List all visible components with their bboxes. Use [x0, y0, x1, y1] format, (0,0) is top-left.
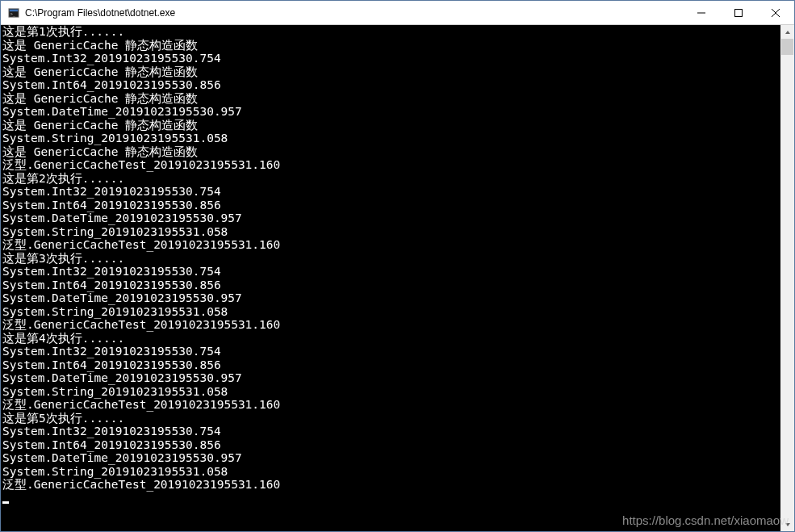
- console-line: System.DateTime_20191023195530.957: [2, 291, 779, 305]
- console-body: 这是第1次执行......这是 GenericCache 静态构造函数Syste…: [1, 25, 794, 531]
- vertical-scrollbar[interactable]: [780, 25, 794, 531]
- console-output[interactable]: 这是第1次执行......这是 GenericCache 静态构造函数Syste…: [1, 25, 780, 531]
- console-line: 泛型.GenericCacheTest_20191023195531.160: [2, 478, 779, 492]
- console-line: System.Int64_20191023195530.856: [2, 78, 779, 92]
- console-line: System.String_20191023195531.058: [2, 225, 779, 239]
- minimize-button[interactable]: [683, 1, 720, 24]
- window-controls: [683, 1, 794, 24]
- console-line: 这是 GenericCache 静态构造函数: [2, 65, 779, 79]
- console-line: System.String_20191023195531.058: [2, 132, 779, 145]
- console-line: 泛型.GenericCacheTest_20191023195531.160: [2, 318, 779, 332]
- app-icon: >_: [7, 6, 20, 19]
- console-line: 这是第1次执行......: [2, 25, 779, 39]
- console-line: 这是第4次执行......: [2, 332, 779, 346]
- console-line: 这是 GenericCache 静态构造函数: [2, 145, 779, 159]
- console-line: System.Int64_20191023195530.856: [2, 199, 779, 212]
- console-line: System.Int32_20191023195530.754: [2, 265, 779, 279]
- console-line: System.Int32_20191023195530.754: [2, 425, 779, 438]
- console-line: System.String_20191023195531.058: [2, 305, 779, 319]
- scroll-down-button[interactable]: [780, 517, 794, 531]
- console-line: System.Int32_20191023195530.754: [2, 52, 779, 65]
- titlebar[interactable]: >_ C:\Program Files\dotnet\dotnet.exe: [1, 1, 794, 25]
- console-line: 这是第2次执行......: [2, 172, 779, 186]
- close-button[interactable]: [757, 1, 794, 24]
- svg-marker-8: [785, 523, 790, 526]
- console-line: System.Int64_20191023195530.856: [2, 438, 779, 452]
- console-line: System.Int64_20191023195530.856: [2, 358, 779, 372]
- cursor: [2, 501, 9, 504]
- console-line: System.Int64_20191023195530.856: [2, 279, 779, 292]
- console-line: 这是 GenericCache 静态构造函数: [2, 39, 779, 52]
- cursor-line: [2, 492, 779, 505]
- console-line: System.DateTime_20191023195530.957: [2, 451, 779, 465]
- console-window: >_ C:\Program Files\dotnet\dotnet.exe 这是…: [0, 0, 795, 532]
- svg-rect-4: [735, 9, 743, 16]
- window-title: C:\Program Files\dotnet\dotnet.exe: [25, 7, 683, 19]
- console-line: System.Int32_20191023195530.754: [2, 345, 779, 358]
- console-line: System.String_20191023195531.058: [2, 385, 779, 399]
- console-line: System.String_20191023195531.058: [2, 465, 779, 479]
- svg-marker-7: [785, 31, 790, 34]
- console-line: System.DateTime_20191023195530.957: [2, 212, 779, 225]
- console-line: 泛型.GenericCacheTest_20191023195531.160: [2, 158, 779, 172]
- console-line: 这是 GenericCache 静态构造函数: [2, 92, 779, 106]
- console-line: System.DateTime_20191023195530.957: [2, 105, 779, 119]
- console-line: 这是 GenericCache 静态构造函数: [2, 119, 779, 132]
- scroll-up-button[interactable]: [780, 25, 794, 39]
- scroll-track[interactable]: [780, 39, 794, 517]
- console-line: 这是第3次执行......: [2, 252, 779, 266]
- console-line: 这是第5次执行......: [2, 412, 779, 425]
- console-line: 泛型.GenericCacheTest_20191023195531.160: [2, 398, 779, 412]
- console-line: System.DateTime_20191023195530.957: [2, 371, 779, 385]
- scroll-thumb[interactable]: [781, 39, 793, 55]
- console-line: System.Int32_20191023195530.754: [2, 185, 779, 199]
- svg-text:>_: >_: [10, 10, 16, 16]
- maximize-button[interactable]: [720, 1, 757, 24]
- console-line: 泛型.GenericCacheTest_20191023195531.160: [2, 238, 779, 252]
